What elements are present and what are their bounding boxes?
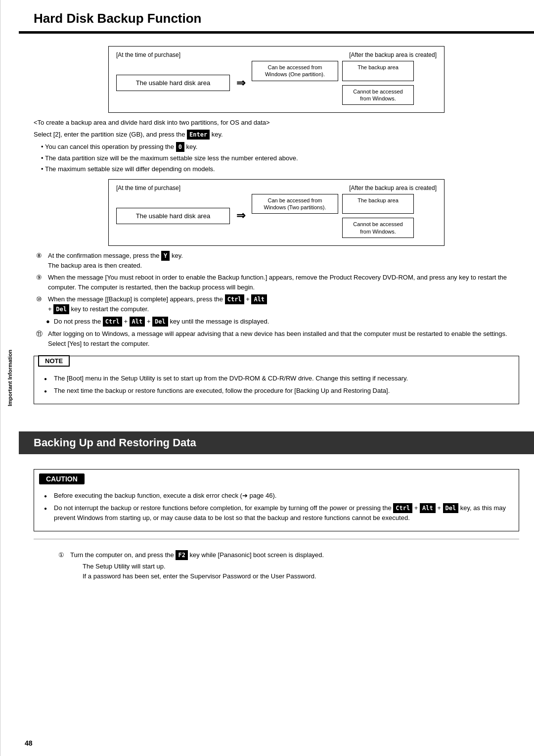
step-9: ⑨ When the message [You must reboot in o… (36, 273, 519, 292)
step-11: ⑪ After logging on to Windows, a message… (36, 329, 519, 348)
diagram2: [At the time of purchase] [After the bac… (108, 179, 445, 246)
del-key1: Del (53, 304, 69, 314)
diagram1-label-left: [At the time of purchase] (116, 51, 180, 58)
diagram2-sub-boxes2: Cannot be accessedfrom Windows. (252, 218, 414, 238)
diagram1: [At the time of purchase] [After the bac… (108, 46, 445, 113)
caution-item-0: Before executing the backup function, ex… (44, 491, 511, 501)
divider2 (34, 539, 519, 539)
caution-box: CAUTION Before executing the backup func… (34, 469, 519, 531)
bullet-item-2: The maximum settable size will differ de… (41, 164, 519, 174)
ctrl-key3: Ctrl (393, 503, 412, 513)
diagram1-usable-box: The usable hard disk area (116, 75, 230, 91)
caution-item-0-text: Before executing the backup function, ex… (54, 491, 276, 501)
diagram2-accessible-box: Can be accessed fromWindows (Two partiti… (252, 194, 338, 214)
diagram1-right: Can be accessed fromWindows (One partiti… (252, 61, 414, 105)
para-create-backup: <To create a backup area and divide hard… (34, 118, 519, 128)
diagram2-accessible-text: Can be accessed fromWindows (Two partiti… (264, 197, 326, 210)
y-key: Y (161, 251, 170, 261)
diagram1-backup-box: The backup area (342, 61, 414, 81)
para-select2: Select [2], enter the partition size (GB… (34, 130, 519, 140)
diagram2-right: Can be accessed fromWindows (Two partiti… (252, 194, 414, 238)
diagram2-label-right: [After the backup area is created] (349, 185, 437, 191)
step11-text: After logging on to Windows, a message w… (48, 329, 519, 348)
section2-title: Backing Up and Restoring Data (34, 436, 196, 449)
section1-content: [At the time of purchase] [After the bac… (19, 34, 534, 422)
section1-title: Hard Disk Backup Function (34, 11, 202, 26)
alt-key1: Alt (251, 294, 267, 304)
note-item-0: The [Boot] menu in the Setup Utility is … (44, 374, 511, 383)
note-content: The [Boot] menu in the Setup Utility is … (34, 367, 519, 404)
step-s2-1-sub: The Setup Utility will start up. If a pa… (83, 562, 324, 581)
step9-num: ⑨ (36, 273, 45, 292)
diagram1-label-right: [After the backup area is created] (349, 51, 437, 58)
sidebar-label: Important Information (7, 350, 13, 406)
caution-item-1-text: Do not interrupt the backup or restore f… (54, 503, 511, 523)
step-10: ⑩ When the message [[Backup] is complete… (36, 294, 519, 314)
bullet-item-1: The data partition size will be the maxi… (41, 153, 519, 163)
ctrl-key1: Ctrl (225, 294, 244, 304)
caution-header: CAUTION (39, 473, 85, 484)
diagram2-backup-text: The backup area (357, 197, 399, 203)
diagram1-not-accessible-box: Cannot be accessedfrom Windows. (342, 85, 414, 105)
alt-key3: Alt (420, 503, 436, 513)
diagram2-arrow: ⇒ (234, 209, 248, 222)
note-item-1-text: The next time the backup or restore func… (54, 386, 390, 396)
diagram1-boxes: The usable hard disk area ⇒ Can be acces… (116, 61, 437, 105)
caution-item-1: Do not interrupt the backup or restore f… (44, 503, 511, 523)
caution-content: Before executing the backup function, ex… (34, 484, 519, 531)
note-box: NOTE The [Boot] menu in the Setup Utilit… (34, 356, 519, 404)
step-s2-1-content: Turn the computer on, and press the F2 k… (70, 550, 324, 581)
diagram2-sub-boxes: Can be accessed fromWindows (Two partiti… (252, 194, 414, 214)
step11-num: ⑪ (36, 329, 45, 348)
diagram2-labels: [At the time of purchase] [After the bac… (116, 185, 437, 191)
diagram1-sub-boxes: Can be accessed fromWindows (One partiti… (252, 61, 414, 81)
step-8: ⑧ At the confirmation message, press the… (36, 251, 519, 271)
section2-content: CAUTION Before executing the backup func… (19, 454, 534, 599)
step10-num: ⑩ (36, 294, 45, 314)
del-key3: Del (443, 503, 459, 513)
bullet-dot: ● (46, 317, 50, 327)
note-item-0-text: The [Boot] menu in the Setup Utility is … (54, 374, 408, 383)
del-key2: Del (152, 317, 168, 327)
diagram1-sub-boxes2: Cannot be accessedfrom Windows. (252, 85, 414, 105)
step-10-bullet: ● Do not press the Ctrl + Alt + Del key … (46, 317, 519, 327)
section2-header: Backing Up and Restoring Data (19, 431, 534, 454)
diagram1-not-accessible-text: Cannot be accessedfrom Windows. (353, 89, 402, 101)
diagram2-boxes: The usable hard disk area ⇒ Can be acces… (116, 194, 437, 238)
step-s2-1-num: ① (58, 550, 67, 581)
step8-text: At the confirmation message, press the Y… (48, 251, 183, 271)
sidebar: Important Information (0, 0, 19, 756)
main-content: Hard Disk Backup Function [At the time o… (19, 0, 534, 756)
step-s2-1-text: Turn the computer on, and press the F2 k… (70, 551, 324, 559)
diagram1-backup-text: The backup area (357, 64, 399, 70)
diagram1-labels: [At the time of purchase] [After the bac… (116, 51, 437, 58)
f2-key: F2 (176, 550, 187, 560)
note-item-1: The next time the backup or restore func… (44, 386, 511, 396)
diagram2-label-left: [At the time of purchase] (116, 185, 180, 191)
diagram1-accessible-box: Can be accessed fromWindows (One partiti… (252, 61, 338, 81)
diagram2-not-accessible-text: Cannot be accessedfrom Windows. (353, 221, 402, 234)
text-block1: <To create a backup area and divide hard… (34, 118, 519, 174)
step8-num: ⑧ (36, 251, 45, 271)
section1-header: Hard Disk Backup Function (19, 0, 534, 33)
page-number: 48 (25, 739, 33, 747)
bullet-list1: You can cancel this operation by pressin… (34, 142, 519, 174)
diagram2-backup-box: The backup area (342, 194, 414, 214)
zero-key: 0 (176, 142, 184, 152)
steps-list: ⑧ At the confirmation message, press the… (34, 251, 519, 349)
caution-list: Before executing the backup function, ex… (42, 491, 511, 522)
enter-key: Enter (187, 130, 210, 140)
section2-steps: ① Turn the computer on, and press the F2… (34, 544, 519, 589)
step10-bullet-text: Do not press the Ctrl + Alt + Del key un… (54, 317, 269, 327)
step-s2-1: ① Turn the computer on, and press the F2… (58, 550, 494, 581)
diagram1-accessible-text: Can be accessed fromWindows (One partiti… (265, 64, 325, 77)
note-list: The [Boot] menu in the Setup Utility is … (42, 374, 511, 395)
step9-text: When the message [You must reboot in ord… (48, 273, 519, 292)
bullet-item-0: You can cancel this operation by pressin… (41, 142, 519, 152)
ctrl-key2: Ctrl (103, 317, 122, 327)
note-header: NOTE (38, 355, 70, 367)
diagram1-arrow: ⇒ (234, 77, 248, 90)
alt-key2: Alt (130, 317, 145, 327)
step10-text: When the message [[Backup] is complete] … (48, 294, 267, 314)
diagram2-not-accessible-box: Cannot be accessedfrom Windows. (342, 218, 414, 238)
